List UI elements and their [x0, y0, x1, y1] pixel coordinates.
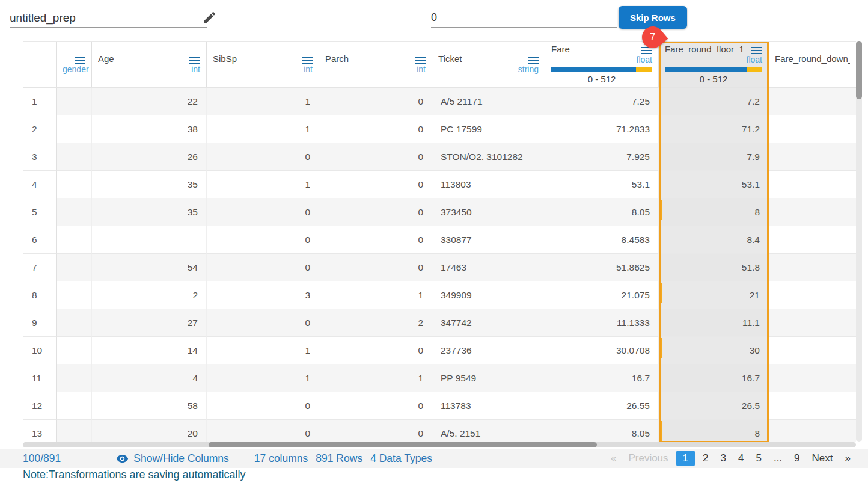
- table-row: 12580011378326.5526.5: [23, 392, 856, 420]
- column-name: SibSp: [213, 54, 237, 64]
- prep-name-input[interactable]: [10, 5, 207, 27]
- table-cell: 14: [92, 337, 207, 364]
- table-cell: [57, 281, 92, 309]
- table-cell: 0: [207, 254, 319, 281]
- table-cell: [769, 254, 856, 281]
- page-item-1[interactable]: 1: [676, 451, 695, 466]
- column-range-label: 0 - 512: [665, 74, 762, 84]
- page-item-...[interactable]: ...: [769, 451, 786, 466]
- row-index-cell: 7: [23, 254, 57, 281]
- row-index-cell: 5: [23, 198, 57, 226]
- table-cell: 30: [659, 337, 769, 364]
- table-cell: 58: [92, 392, 207, 420]
- table-cell: 1: [207, 364, 319, 392]
- table-row: 23810PC 1759971.283371.2: [23, 115, 856, 143]
- row-index-cell: 1: [23, 88, 57, 115]
- column-type-label: int: [98, 64, 200, 74]
- page-item-«: «: [607, 451, 620, 466]
- column-type-label: int: [213, 64, 313, 74]
- page-item-5[interactable]: 5: [751, 451, 765, 466]
- skip-rows-field[interactable]: [431, 5, 617, 28]
- table-cell: [769, 364, 856, 392]
- table-cell: 0: [319, 198, 432, 226]
- table-cell: 0: [207, 309, 319, 337]
- column-menu-icon[interactable]: [302, 54, 313, 64]
- table-cell: A/5. 2151: [432, 420, 545, 442]
- row-progress-label: 100/891: [23, 452, 61, 465]
- edit-pencil-icon[interactable]: [203, 10, 217, 25]
- table-row: 10141023773630.070830: [23, 337, 856, 364]
- table-cell: 1: [319, 281, 432, 309]
- table-cell: [769, 420, 856, 442]
- autosave-note: Note:Transformations are saving automati…: [23, 469, 246, 481]
- table-cell: 11.1333: [545, 309, 659, 337]
- table-cell: 330877: [432, 226, 545, 254]
- page-item-next[interactable]: Next: [808, 451, 837, 466]
- table-cell: A/5 21171: [432, 88, 545, 115]
- column-name: Fare: [551, 44, 570, 54]
- table-cell: 8.05: [545, 198, 659, 226]
- row-index-cell: 3: [23, 143, 57, 171]
- table-cell: 373450: [432, 198, 545, 226]
- page-item-2[interactable]: 2: [698, 451, 712, 466]
- index-column-header: [23, 42, 57, 87]
- eye-icon: [116, 452, 129, 465]
- column-header-Age[interactable]: Ageint: [92, 42, 207, 87]
- column-header-Fare_round_floor_1[interactable]: Fare_round_floor_1float0 - 512: [659, 42, 769, 87]
- table-row: 754001746351.862551.8: [23, 254, 856, 281]
- table-cell: 54: [92, 254, 207, 281]
- table-cell: 0: [319, 143, 432, 171]
- page-item-3[interactable]: 3: [717, 451, 730, 466]
- table-cell: 71.2833: [545, 115, 659, 143]
- column-type-label: string: [438, 64, 539, 74]
- column-type-label: gender: [63, 64, 85, 74]
- show-hide-columns-button[interactable]: Show/Hide Columns: [116, 452, 229, 465]
- horizontal-scrollbar-thumb[interactable]: [209, 442, 597, 447]
- table-cell: [57, 254, 92, 281]
- column-header-SibSp[interactable]: SibSpint: [207, 42, 319, 87]
- column-menu-icon[interactable]: [189, 54, 200, 64]
- column-header-Fare_round_down_1[interactable]: Fare_round_down_1: [769, 42, 856, 87]
- table-cell: 8: [659, 420, 769, 442]
- table-cell: 53.1: [659, 171, 769, 198]
- table-cell: 53.1: [545, 171, 659, 198]
- column-menu-icon[interactable]: [75, 54, 85, 64]
- column-name: Parch: [325, 54, 349, 64]
- table-cell: 2: [319, 309, 432, 337]
- column-menu-icon[interactable]: [751, 44, 762, 54]
- table-cell: 20: [92, 420, 207, 442]
- vertical-scrollbar[interactable]: [856, 41, 862, 442]
- prep-name-field[interactable]: [10, 5, 207, 28]
- column-header-Fare[interactable]: Farefloat0 - 512: [545, 42, 659, 87]
- skip-rows-button[interactable]: Skip Rows: [619, 6, 687, 29]
- table-cell: [769, 337, 856, 364]
- table-cell: 0: [319, 392, 432, 420]
- column-type-label: int: [325, 64, 426, 74]
- horizontal-scrollbar[interactable]: [23, 442, 856, 447]
- table-cell: 237736: [432, 337, 545, 364]
- table-cell: 21.075: [545, 281, 659, 309]
- show-hide-columns-label: Show/Hide Columns: [133, 452, 229, 465]
- table-cell: 113803: [432, 171, 545, 198]
- table-cell: [769, 281, 856, 309]
- table-cell: 0: [207, 392, 319, 420]
- table-cell: 1: [319, 364, 432, 392]
- table-cell: [57, 198, 92, 226]
- skip-rows-input[interactable]: [431, 5, 617, 27]
- table-cell: [769, 115, 856, 143]
- column-menu-icon[interactable]: [415, 54, 426, 64]
- page-item-4[interactable]: 4: [734, 451, 748, 466]
- column-header-gender[interactable]: gender: [57, 42, 92, 87]
- vertical-scrollbar-thumb[interactable]: [856, 41, 862, 99]
- column-header-Parch[interactable]: Parchint: [319, 42, 432, 87]
- row-index-cell: 11: [23, 364, 57, 392]
- column-menu-icon[interactable]: [528, 54, 539, 64]
- page-item-9[interactable]: 9: [790, 451, 804, 466]
- page-item-»[interactable]: »: [841, 451, 855, 466]
- column-header-Ticket[interactable]: Ticketstring: [432, 42, 545, 87]
- row-index-cell: 8: [23, 281, 57, 309]
- table-cell: 0: [319, 337, 432, 364]
- table-cell: 51.8625: [545, 254, 659, 281]
- table-cell: 30.0708: [545, 337, 659, 364]
- table-cell: 0: [319, 226, 432, 254]
